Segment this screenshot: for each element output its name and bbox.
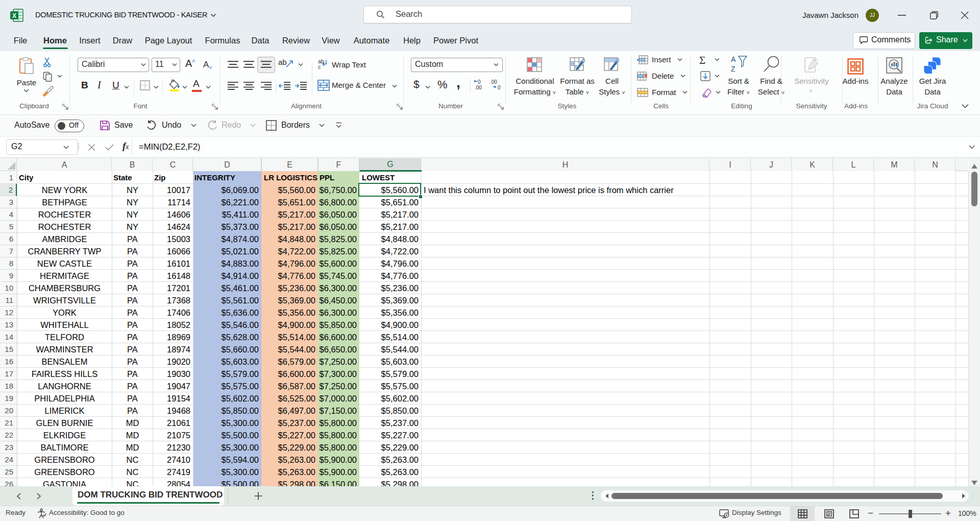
svg-text:c: c [318, 64, 321, 70]
svg-text:X: X [12, 12, 16, 19]
svg-text:0: 0 [498, 85, 501, 90]
svg-text:Z: Z [731, 65, 736, 73]
svg-text:.00: .00 [490, 79, 497, 85]
svg-text:0: 0 [478, 79, 481, 85]
svg-text:.00: .00 [475, 85, 482, 90]
svg-text:A: A [731, 55, 736, 63]
